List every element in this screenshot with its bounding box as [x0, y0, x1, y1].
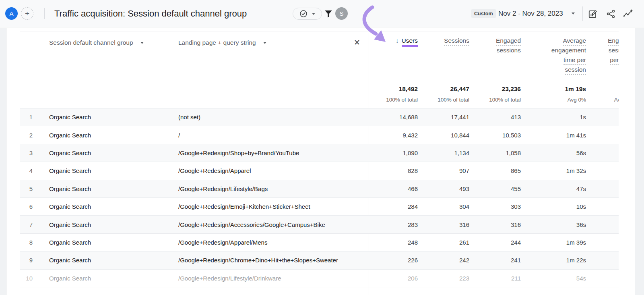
cell-landing-page: /Google+Redesign/Shop+by+Brand/YouTube	[162, 150, 369, 156]
date-chevron-down-icon[interactable]	[572, 12, 575, 15]
cell-users: 466	[369, 185, 418, 192]
total-users: 18,492	[369, 83, 418, 95]
cell-engaged-sessions: 211	[469, 275, 521, 282]
total-engaged-sessions-share: 100% of total	[469, 95, 521, 106]
table-row: 4 Organic Search /Google+Redesign/Appare…	[20, 162, 619, 180]
share-icon	[606, 9, 616, 19]
table-row: 1 Organic Search (not set) 14,688 17,441…	[20, 108, 619, 126]
cell-channel-group: Organic Search	[49, 203, 162, 210]
column-header-engaged-sessions[interactable]: Engaged sessions	[469, 37, 521, 76]
dimension-select-landing-page[interactable]: Landing page + query string	[178, 39, 266, 46]
cell-landing-page: /Google+Redesign/Apparel/Mens	[162, 239, 369, 246]
total-engaged-sessions: 23,236	[469, 83, 521, 95]
page-title: Traffic acquisition: Session default cha…	[54, 8, 247, 20]
row-index: 2	[20, 132, 33, 139]
column-header-sessions[interactable]: Sessions	[418, 37, 469, 76]
dimension-label: Landing page + query string	[178, 39, 256, 46]
total-users-share: 100% of total	[369, 95, 418, 106]
cell-landing-page: (not set)	[162, 114, 369, 120]
share-button[interactable]	[605, 8, 616, 19]
cell-landing-page: /Google+Redesign/Lifestyle/Drinkware	[162, 275, 369, 282]
cell-channel-group: Organic Search	[49, 275, 162, 282]
table-row: 6 Organic Search /Google+Redesign/Emoji+…	[20, 198, 619, 216]
cell-engaged-sessions: 413	[469, 114, 521, 120]
column-header-avg-engagement-time[interactable]: Average engagement time per session	[521, 37, 586, 76]
cell-users: 206	[369, 275, 418, 282]
cell-avg-engagement-time: 54s	[521, 275, 586, 282]
filter-icon	[324, 10, 332, 19]
remove-dimension-button[interactable]: ✕	[354, 38, 360, 47]
cell-avg-engagement-time: 56s	[521, 150, 586, 156]
left-gutter	[0, 28, 6, 295]
row-index: 8	[20, 239, 33, 246]
cell-avg-engagement-time: 47s	[521, 185, 586, 192]
table-row: 2 Organic Search / 9,432 10,844 10,503 1…	[20, 126, 619, 144]
row-index: 9	[20, 257, 33, 264]
cell-engaged-sessions: 303	[469, 203, 521, 210]
customize-report-button[interactable]	[587, 8, 599, 19]
report-status-button[interactable]	[293, 8, 322, 20]
cell-users: 14,688	[369, 114, 418, 120]
header-divider	[44, 8, 45, 19]
cell-avg-engagement-time: 1m 41s	[521, 132, 586, 139]
dimension-label: Session default channel group	[49, 39, 133, 46]
cell-channel-group: Organic Search	[49, 167, 162, 174]
table-row: 5 Organic Search /Google+Redesign/Lifest…	[20, 180, 619, 198]
cell-users: 248	[369, 239, 418, 246]
cell-engaged-sessions: 241	[469, 257, 521, 264]
row-index: 4	[20, 167, 33, 174]
cell-users: 1,090	[369, 150, 418, 156]
check-circle-icon	[299, 10, 308, 18]
cell-landing-page: /Google+Redesign/Apparel	[162, 167, 369, 174]
column-header-users[interactable]: ↓ Users	[369, 37, 418, 76]
table-row: 7 Organic Search /Google+Redesign/Access…	[20, 216, 619, 233]
totals-row-clip: 18,492 100% of total 26,447 100% of tota…	[369, 83, 619, 106]
cell-engaged-sessions: 1,058	[469, 150, 521, 156]
header-divider-2	[582, 6, 583, 21]
add-comparison-button[interactable]: +	[21, 7, 33, 20]
cell-sessions: 223	[418, 275, 469, 282]
cell-avg-engagement-time: 1s	[521, 114, 586, 120]
total-sessions-share: 100% of total	[418, 95, 469, 106]
total-engaged-per-user-share: Avg 0%	[586, 95, 619, 106]
cell-landing-page: /Google+Redesign/Emoji+Kitchen+Sticker+S…	[162, 203, 369, 210]
total-engaged-per-user	[586, 83, 619, 95]
chevron-down-icon	[263, 42, 266, 44]
collaborator-avatar[interactable]: S	[335, 7, 348, 20]
table-body: 1 Organic Search (not set) 14,688 17,441…	[20, 108, 619, 287]
insights-button[interactable]	[622, 8, 634, 19]
account-avatar[interactable]: A	[5, 7, 18, 20]
cell-channel-group: Organic Search	[49, 114, 162, 120]
filter-button[interactable]	[324, 10, 332, 19]
cell-engaged-sessions: 244	[469, 239, 521, 246]
cell-sessions: 10,844	[418, 132, 469, 139]
cell-sessions: 261	[418, 239, 469, 246]
row-index: 5	[20, 185, 33, 192]
cell-engaged-sessions: 316	[469, 221, 521, 228]
date-range-selector[interactable]: Nov 2 - Nov 28, 2023	[498, 9, 563, 18]
cell-users: 828	[369, 167, 418, 174]
card-top-border	[20, 31, 619, 31]
cell-landing-page: /Google+Redesign/Lifestyle/Bags	[162, 185, 369, 192]
ga4-report-screen: A + Traffic acquisition: Session default…	[0, 0, 644, 295]
cell-landing-page: /Google+Redesign/Accessories/Google+Camp…	[162, 221, 369, 228]
cell-channel-group: Organic Search	[49, 221, 162, 228]
dimension-select-channel-group[interactable]: Session default channel group	[49, 39, 144, 46]
cell-avg-engagement-time: 10s	[521, 203, 586, 210]
cell-users: 284	[369, 203, 418, 210]
cell-users: 283	[369, 221, 418, 228]
close-icon: ✕	[354, 38, 360, 47]
table-row: 9 Organic Search /Google+Redesign/Chrome…	[20, 251, 619, 269]
insights-sparkline-icon	[623, 8, 633, 19]
cell-sessions: 17,441	[418, 114, 469, 120]
plus-icon: +	[25, 9, 29, 18]
row-index: 6	[20, 203, 33, 210]
cell-landing-page: /Google+Redesign/Chrome+Dino+Hit+the+Slo…	[162, 257, 369, 264]
cell-engaged-sessions: 10,503	[469, 132, 521, 139]
chevron-down-icon	[140, 42, 144, 44]
cell-avg-engagement-time: 1m 22s	[521, 257, 586, 264]
column-header-engaged-sessions-per-user[interactable]: Engaged sessions per user	[586, 37, 619, 76]
date-range-type-badge: Custom	[471, 9, 496, 18]
top-app-bar: A + Traffic acquisition: Session default…	[0, 0, 644, 27]
cell-landing-page: /	[162, 132, 369, 139]
